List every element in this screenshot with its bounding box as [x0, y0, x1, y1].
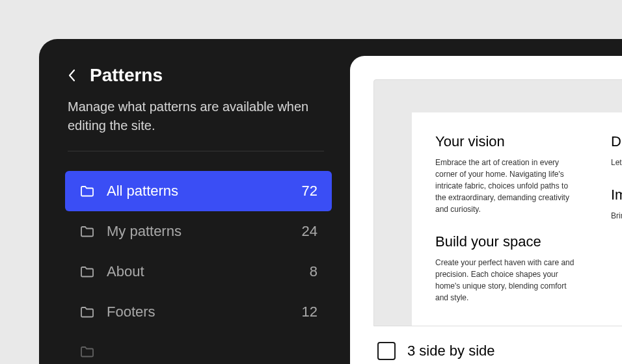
pattern-heading: Build your space — [435, 233, 580, 250]
page-description: Manage what patterns are available when … — [65, 98, 350, 135]
divider — [68, 151, 324, 151]
pattern-column: Your vision Embrace the art of creation … — [435, 133, 580, 326]
pattern-card: Your vision Embrace the art of creation … — [412, 112, 622, 326]
preview-panel: Your vision Embrace the art of creation … — [350, 56, 622, 364]
pattern-body: Embrace the art of creation in every cor… — [435, 157, 580, 215]
pattern-body: Let yo space home — [611, 157, 622, 168]
sidebar-item-count: 12 — [302, 304, 318, 320]
pattern-block: De Let yo space home — [611, 133, 622, 168]
pattern-heading: De — [611, 133, 622, 150]
sidebar-item-about[interactable]: About 8 — [65, 252, 332, 292]
sidebar-item-count: 24 — [302, 223, 318, 240]
pattern-block: Ima Bring desig reflec — [611, 187, 622, 222]
pattern-body: Create your perfect haven with care and … — [435, 257, 580, 304]
preview-footer: 3 side by side — [373, 326, 622, 360]
app-window: Patterns Manage what patterns are availa… — [39, 39, 622, 364]
pattern-body: Bring desig reflec — [611, 210, 622, 222]
folder-icon — [79, 304, 95, 320]
sidebar-item-my-patterns[interactable]: My patterns 24 — [65, 211, 332, 252]
pattern-name-label: 3 side by side — [407, 343, 495, 359]
pattern-block: Your vision Embrace the art of creation … — [435, 133, 580, 215]
folder-icon — [79, 224, 95, 239]
sidebar: Patterns Manage what patterns are availa… — [39, 39, 350, 364]
sidebar-item-label: About — [107, 263, 298, 280]
sidebar-item-label: Footers — [107, 304, 290, 320]
folder-icon — [79, 183, 95, 199]
sidebar-item-count: 72 — [302, 183, 318, 200]
chevron-left-icon[interactable] — [68, 69, 75, 82]
folder-icon — [79, 264, 95, 280]
sidebar-item-label: My patterns — [107, 223, 290, 240]
pattern-heading: Your vision — [435, 133, 580, 150]
folder-icon — [79, 344, 95, 359]
sidebar-item-all-patterns[interactable]: All patterns 72 — [65, 171, 332, 211]
sidebar-item-count: 8 — [310, 263, 318, 280]
page-title: Patterns — [90, 65, 163, 86]
pattern-select-checkbox[interactable] — [377, 342, 396, 360]
sidebar-item-partial[interactable] — [65, 332, 332, 364]
sidebar-item-label: All patterns — [107, 183, 290, 200]
sidebar-item-footers[interactable]: Footers 12 — [65, 292, 332, 332]
sidebar-header: Patterns — [65, 65, 350, 86]
pattern-heading: Ima — [611, 187, 622, 203]
preview-canvas: Your vision Embrace the art of creation … — [373, 79, 622, 326]
pattern-block: Build your space Create your perfect hav… — [435, 233, 580, 304]
pattern-column: De Let yo space home Ima Bring desig ref… — [611, 133, 622, 326]
category-list: All patterns 72 My patterns 24 A — [65, 171, 350, 364]
